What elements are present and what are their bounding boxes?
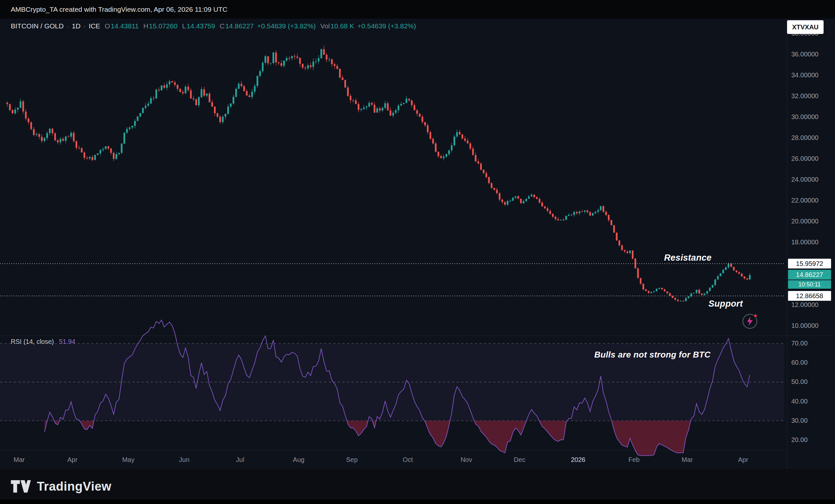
- price-tick: 22.00000: [791, 197, 818, 204]
- time-label: May: [122, 450, 135, 469]
- separator-dot: ·: [83, 22, 86, 30]
- price-tick: 26.00000: [791, 155, 818, 162]
- resistance-annotation[interactable]: Resistance: [664, 253, 712, 263]
- time-label: Jun: [179, 450, 189, 469]
- price-tick: 28.00000: [791, 134, 818, 142]
- close-value: 14.86227: [225, 22, 254, 30]
- open-value: 14.43811: [110, 22, 139, 30]
- symbol-legend[interactable]: BITCOIN / GOLD·1D·ICEO14.43811H15.07260L…: [11, 22, 416, 30]
- time-label: Mar: [14, 450, 25, 469]
- bar-countdown-label: 10:50:11: [788, 280, 831, 289]
- exchange-label[interactable]: ICE: [89, 22, 100, 30]
- price-rsi-chart[interactable]: [0, 0, 835, 504]
- rsi-tick: 70.00: [791, 340, 808, 347]
- time-label: Mar: [682, 450, 693, 469]
- high-value: 15.07260: [149, 22, 178, 30]
- time-label: Sep: [346, 450, 358, 469]
- time-scale[interactable]: MarAprMayJunJulAugSepOctNovDec2026FebMar…: [0, 450, 787, 469]
- interval-label[interactable]: 1D: [72, 22, 81, 30]
- price-tick: 30.00000: [791, 113, 818, 121]
- rsi-tick: 50.00: [791, 378, 808, 386]
- low-label: L: [182, 22, 186, 30]
- rsi-value: 51.94: [59, 338, 75, 345]
- rsi-tick: 40.00: [791, 398, 808, 405]
- close-label: C: [220, 22, 224, 30]
- price-tick: 10.00000: [791, 322, 818, 329]
- rsi-tick: 60.00: [791, 359, 808, 366]
- attribution-bar: AMBCrypto_TA created with TradingView.co…: [0, 0, 835, 19]
- rsi-tick: 30.00: [791, 417, 808, 424]
- time-label: Feb: [629, 450, 639, 469]
- rsi-tick: 20.00: [791, 436, 808, 444]
- price-tick: 24.00000: [791, 176, 818, 183]
- rsi-params: (14, close): [23, 338, 54, 345]
- time-label: Dec: [514, 450, 526, 469]
- volume-value: 10.68 K: [330, 22, 354, 30]
- rsi-indicator-legend[interactable]: RSI (14, close) 51.94: [11, 338, 75, 345]
- bottom-strip: [0, 500, 835, 504]
- separator-dot: ·: [66, 22, 69, 30]
- price-tick: 34.00000: [791, 72, 818, 79]
- change-value: +0.54639 (+3.82%): [257, 22, 316, 30]
- time-label-year: 2026: [571, 450, 586, 469]
- resistance-price-label: 15.95972: [788, 259, 831, 268]
- rsi-annotation[interactable]: Bulls are not strong for BTC: [594, 350, 711, 360]
- tradingview-chart-window: AMBCrypto_TA created with TradingView.co…: [0, 0, 835, 504]
- tradingview-logo-icon[interactable]: [11, 480, 31, 492]
- time-label: Jul: [236, 450, 244, 469]
- open-label: O: [105, 22, 110, 30]
- low-value: 14.43759: [187, 22, 215, 30]
- volume-label: Vol: [320, 22, 330, 30]
- attribution-text: AMBCrypto_TA created with TradingView.co…: [11, 5, 227, 13]
- last-price-label: 14.86227: [788, 270, 831, 280]
- price-tick: 36.00000: [791, 51, 818, 58]
- symbol-name[interactable]: BITCOIN / GOLD: [11, 22, 64, 30]
- price-tick: 18.00000: [791, 239, 818, 246]
- volume-change-value: +0.54639 (+3.82%): [358, 22, 416, 30]
- price-scale[interactable]: 38.0000036.0000034.0000032.0000030.00000…: [787, 0, 835, 469]
- price-tick: 20.00000: [791, 218, 818, 225]
- support-price-label: 12.86658: [788, 291, 831, 301]
- time-label: Nov: [461, 450, 472, 469]
- price-tick: 12.00000: [791, 301, 818, 308]
- time-label: Aug: [293, 450, 305, 469]
- flash-ideas-button[interactable]: [742, 314, 757, 329]
- time-label: Oct: [403, 450, 413, 469]
- support-annotation[interactable]: Support: [709, 299, 743, 309]
- lightning-icon: [746, 317, 753, 326]
- price-tick: 32.00000: [791, 92, 818, 100]
- time-label: Apr: [67, 450, 77, 469]
- tradingview-brand[interactable]: TradingView: [37, 480, 111, 493]
- high-label: H: [143, 22, 148, 30]
- footer-bar: TradingView: [0, 469, 835, 504]
- notification-dot: [753, 314, 757, 318]
- time-label: Apr: [738, 450, 748, 469]
- rsi-name[interactable]: RSI: [11, 338, 22, 345]
- ticker-symbol-button[interactable]: XTVXAU: [787, 20, 823, 34]
